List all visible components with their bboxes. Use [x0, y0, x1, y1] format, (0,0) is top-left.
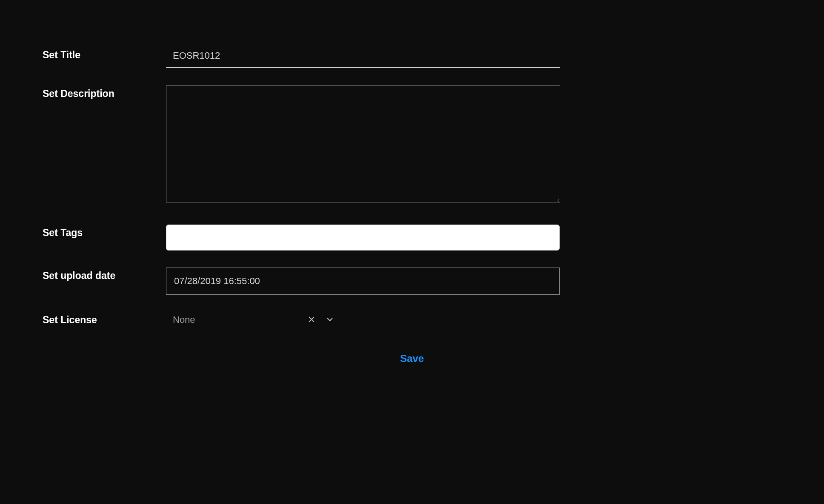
license-clear-button[interactable] [306, 313, 318, 327]
title-input[interactable] [166, 47, 560, 68]
description-textarea[interactable] [166, 85, 560, 202]
edit-form: Set Title Set Description Set Tags Set u… [0, 0, 824, 385]
upload-date-input[interactable] [166, 268, 560, 295]
close-icon [307, 315, 316, 325]
tags-label: Set Tags [43, 225, 166, 239]
save-button[interactable]: Save [393, 349, 431, 368]
title-label: Set Title [43, 47, 166, 61]
save-row: Save [43, 349, 781, 368]
license-field-wrap: None [166, 312, 560, 328]
license-label: Set License [43, 312, 166, 326]
upload-date-row: Set upload date [43, 268, 781, 295]
license-dropdown-button[interactable] [323, 313, 336, 327]
description-label: Set Description [43, 85, 166, 100]
title-row: Set Title [43, 47, 781, 68]
upload-date-field-wrap [166, 268, 560, 295]
description-field-wrap [166, 85, 560, 204]
tags-field-wrap [166, 225, 560, 251]
license-controls [306, 313, 336, 327]
upload-date-label: Set upload date [43, 268, 166, 282]
tags-row: Set Tags [43, 225, 781, 251]
license-select[interactable]: None [166, 312, 560, 328]
tags-input[interactable] [166, 225, 560, 251]
license-row: Set License None [43, 312, 781, 328]
license-selected-value: None [166, 312, 302, 328]
title-field-wrap [166, 47, 560, 68]
description-row: Set Description [43, 85, 781, 204]
chevron-down-icon [325, 315, 335, 325]
